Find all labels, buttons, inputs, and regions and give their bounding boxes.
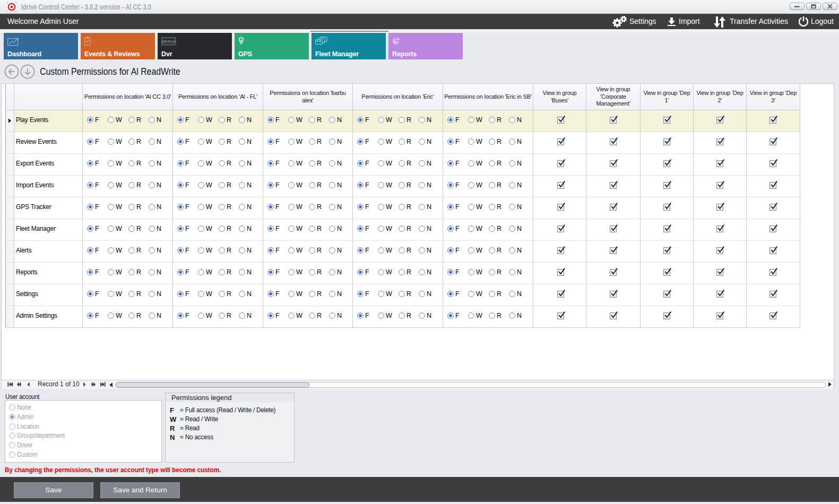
svg-text:MERGE: MERGE — [162, 40, 176, 44]
